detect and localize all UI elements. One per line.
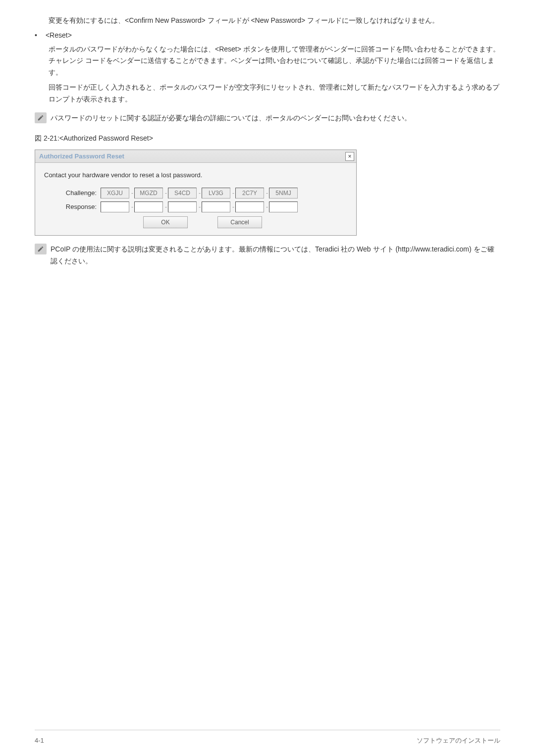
dialog-instruction: Contact your hardware vendor to reset a … <box>44 170 347 181</box>
dash-icon: - <box>131 202 133 212</box>
figure-caption: 図 2-21:<Authorized Password Reset> <box>35 133 500 145</box>
response-input-2[interactable] <box>168 202 197 212</box>
cancel-button[interactable]: Cancel <box>217 216 262 228</box>
pencil-note-icon <box>37 114 44 121</box>
dash-icon: - <box>232 188 234 198</box>
response-input-0[interactable] <box>101 202 129 212</box>
response-input-3[interactable] <box>202 202 230 212</box>
footer-title: ソフトウェアのインストール <box>417 735 500 746</box>
dash-icon: - <box>266 188 268 198</box>
challenge-code-1: MGZD <box>134 188 163 199</box>
challenge-label: Challenge: <box>58 188 101 199</box>
close-icon: × <box>348 153 351 159</box>
bullet-marker: • <box>35 30 44 42</box>
note-1: パスワードのリセットに関する認証が必要な場合の詳細については、ポータルのベンダー… <box>35 112 500 124</box>
dash-icon: - <box>199 202 201 212</box>
challenge-row: Challenge: XGJU- MGZD- S4CD- LV3G- 2C7Y-… <box>58 188 347 199</box>
dialog-titlebar: Authorized Password Reset × <box>35 150 356 163</box>
dash-icon: - <box>199 188 201 198</box>
response-input-4[interactable] <box>235 202 264 212</box>
response-row: Response: - - - - - <box>58 202 347 212</box>
dialog-window: Authorized Password Reset × Contact your… <box>35 150 357 236</box>
challenge-code-2: S4CD <box>168 188 197 199</box>
challenge-code-3: LV3G <box>202 188 230 199</box>
note-1-text: パスワードのリセットに関する認証が必要な場合の詳細については、ポータルのベンダー… <box>51 112 500 124</box>
dash-icon: - <box>266 202 268 212</box>
reset-description-2: 回答コードが正しく入力されると、ポータルのパスワードが空文字列にリセットされ、管… <box>49 82 500 105</box>
reset-bullet: • <Reset> <box>35 30 500 42</box>
close-button[interactable]: × <box>345 152 354 161</box>
ok-button[interactable]: OK <box>143 216 188 228</box>
note-2-text: PCoIP の使用法に関する説明は変更されることがあります。最新の情報については… <box>51 244 500 267</box>
reset-bullet-label: <Reset> <box>46 30 72 42</box>
challenge-code-4: 2C7Y <box>235 188 264 199</box>
challenge-code-5: 5NMJ <box>269 188 298 199</box>
note-icon <box>35 112 47 123</box>
page-footer: 4-1 ソフトウェアのインストール <box>35 730 500 746</box>
reset-description-1: ポータルのパスワードがわからなくなった場合には、<Reset> ボタンを使用して… <box>49 44 500 79</box>
response-input-1[interactable] <box>134 202 163 212</box>
dash-icon: - <box>131 188 133 198</box>
page-number: 4-1 <box>35 735 44 746</box>
dash-icon: - <box>165 188 167 198</box>
note-2: PCoIP の使用法に関する説明は変更されることがあります。最新の情報については… <box>35 244 500 267</box>
response-label: Response: <box>58 202 101 212</box>
note-icon <box>35 244 47 254</box>
dash-icon: - <box>165 202 167 212</box>
pencil-note-icon <box>37 246 44 252</box>
challenge-code-0: XGJU <box>101 188 129 199</box>
dash-icon: - <box>232 202 234 212</box>
response-input-5[interactable] <box>269 202 298 212</box>
dialog-title: Authorized Password Reset <box>39 151 124 162</box>
confirm-password-paragraph: 変更を有効にするには、<Confirm New Password> フィールドが… <box>49 15 500 27</box>
